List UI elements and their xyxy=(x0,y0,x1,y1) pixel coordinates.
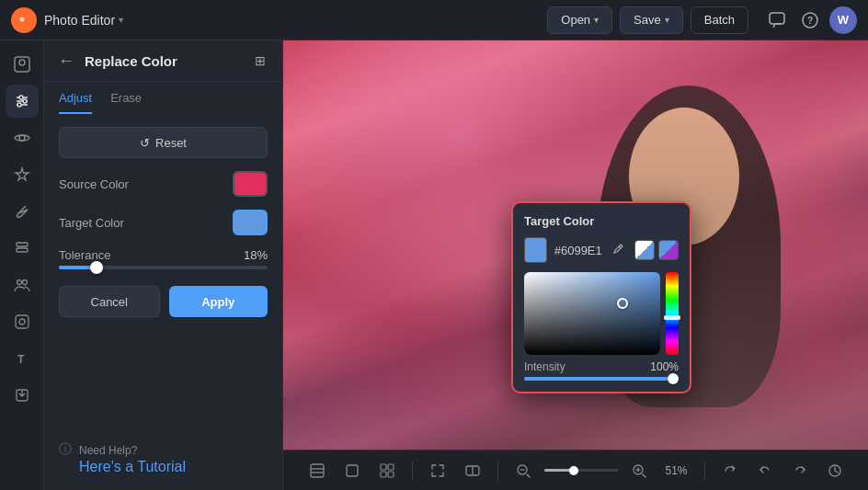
history-icon-button[interactable] xyxy=(821,457,849,484)
zoom-out-button[interactable] xyxy=(509,457,537,484)
topbar: Photo Editor ▾ Open ▾ Save ▾ Batch ? W xyxy=(0,0,868,40)
open-button[interactable]: Open ▾ xyxy=(547,6,612,34)
sidebar-people-icon[interactable] xyxy=(6,268,39,302)
app-name-button[interactable]: Photo Editor ▾ xyxy=(44,13,123,28)
svg-point-1 xyxy=(20,17,25,21)
svg-point-11 xyxy=(23,99,27,103)
batch-button[interactable]: Batch xyxy=(691,6,748,34)
gradient-icon-2[interactable] xyxy=(658,240,679,260)
help-text: Need Help? xyxy=(79,444,137,457)
sidebar-layers-icon[interactable] xyxy=(6,232,39,265)
panel-header: ← Replace Color ⊞ xyxy=(44,40,282,82)
zoom-in-button[interactable] xyxy=(625,457,653,484)
svg-point-6 xyxy=(19,60,25,65)
svg-rect-16 xyxy=(17,248,28,252)
svg-point-13 xyxy=(19,135,25,141)
app-name-chevron: ▾ xyxy=(119,15,123,25)
redo-icon-button[interactable] xyxy=(786,457,814,484)
panel-title: Replace Color xyxy=(85,53,242,69)
reset-button[interactable]: ↺ Reset xyxy=(59,127,268,158)
sidebar-export-icon[interactable] xyxy=(6,379,39,412)
svg-text:T: T xyxy=(17,353,25,366)
gradient-icon-1[interactable] xyxy=(634,240,655,260)
apply-button[interactable]: Apply xyxy=(169,286,268,317)
action-row: Cancel Apply xyxy=(59,286,268,317)
help-icon: ⓘ xyxy=(59,441,72,458)
panel-back-button[interactable]: ← xyxy=(55,50,77,72)
popup-hex-value: #6099E1 xyxy=(554,244,602,257)
svg-rect-23 xyxy=(311,464,324,477)
svg-line-39 xyxy=(643,474,645,477)
zoom-level: 51% xyxy=(660,464,693,477)
sidebar-profile-icon[interactable] xyxy=(6,48,39,81)
svg-rect-15 xyxy=(17,243,28,246)
layers-icon-button[interactable] xyxy=(303,457,331,484)
svg-rect-19 xyxy=(16,315,29,328)
svg-rect-30 xyxy=(388,472,394,477)
svg-rect-2 xyxy=(770,13,784,24)
help-icon-button[interactable]: ? xyxy=(796,6,824,34)
target-color-popup: Target Color #6099E1 xyxy=(511,201,691,393)
svg-marker-14 xyxy=(16,168,29,180)
intensity-value: 100% xyxy=(650,360,679,373)
panel-tabs: Adjust Erase xyxy=(44,82,282,114)
tolerance-row: Tolerance 18% xyxy=(59,248,268,262)
svg-rect-26 xyxy=(347,465,358,476)
color-picker-body xyxy=(524,272,679,355)
picker-handle[interactable] xyxy=(617,298,628,309)
rainbow-slider[interactable] xyxy=(666,272,679,355)
sidebar-brush-icon[interactable] xyxy=(6,195,39,228)
intensity-row: Intensity 100% xyxy=(524,360,679,373)
popup-color-swatch[interactable] xyxy=(524,237,547,263)
tolerance-value: 18% xyxy=(244,248,268,262)
popup-title: Target Color xyxy=(524,214,679,228)
undo-icon-button[interactable] xyxy=(751,457,779,484)
main-layout: T ← Replace Color ⊞ Adjust Erase ↺ Reset… xyxy=(0,40,868,490)
sidebar-effects-icon[interactable] xyxy=(6,305,39,338)
user-avatar[interactable]: W xyxy=(829,6,857,34)
target-color-row: Target Color xyxy=(59,210,268,235)
fit-icon-button[interactable] xyxy=(424,457,451,484)
app-name-label: Photo Editor xyxy=(44,13,115,28)
rotate-icon-button[interactable] xyxy=(716,457,744,484)
svg-point-20 xyxy=(19,319,25,325)
popup-color-row: #6099E1 xyxy=(524,237,679,263)
source-color-label: Source Color xyxy=(59,177,129,191)
reset-icon: ↺ xyxy=(140,136,150,150)
source-color-swatch[interactable] xyxy=(233,171,268,197)
bottom-toolbar: 51% xyxy=(283,450,868,490)
help-link[interactable]: Here's a Tutorial xyxy=(79,459,186,475)
crop-icon-button[interactable] xyxy=(338,457,366,484)
grid-icon-button[interactable] xyxy=(373,457,401,484)
svg-point-17 xyxy=(17,280,21,285)
cancel-button[interactable]: Cancel xyxy=(59,286,160,317)
target-color-swatch[interactable] xyxy=(233,210,268,235)
svg-point-12 xyxy=(17,103,21,107)
zoom-slider[interactable] xyxy=(544,469,618,472)
sidebar-adjust-icon[interactable] xyxy=(6,85,39,118)
intensity-slider[interactable] xyxy=(524,377,679,381)
color-gradient-picker[interactable] xyxy=(524,272,660,355)
save-button[interactable]: Save ▾ xyxy=(620,6,683,34)
topbar-icons: ? W xyxy=(763,6,857,34)
svg-line-35 xyxy=(527,474,530,477)
source-color-row: Source Color xyxy=(59,171,268,197)
sidebar-icons: T xyxy=(0,40,44,490)
svg-rect-28 xyxy=(388,464,394,470)
eyedropper-button[interactable] xyxy=(610,240,627,260)
tab-adjust[interactable]: Adjust xyxy=(59,91,92,114)
sidebar-text-icon[interactable]: T xyxy=(6,342,39,375)
help-row: ⓘ Need Help? Here's a Tutorial xyxy=(44,432,282,490)
svg-point-10 xyxy=(19,96,23,99)
app-logo xyxy=(11,7,37,33)
panel-settings-button[interactable]: ⊞ xyxy=(249,50,271,72)
canvas-area: Target Color #6099E1 xyxy=(283,40,868,490)
sidebar-magic-icon[interactable] xyxy=(6,158,39,191)
tolerance-slider[interactable] xyxy=(59,266,268,269)
chat-icon-button[interactable] xyxy=(763,6,791,34)
tab-erase[interactable]: Erase xyxy=(110,91,142,114)
compare-icon-button[interactable] xyxy=(459,457,486,484)
sidebar-eye-icon[interactable] xyxy=(6,121,39,154)
svg-rect-27 xyxy=(381,464,386,470)
panel-content: ↺ Reset Source Color Target Color Tolera… xyxy=(44,114,282,432)
